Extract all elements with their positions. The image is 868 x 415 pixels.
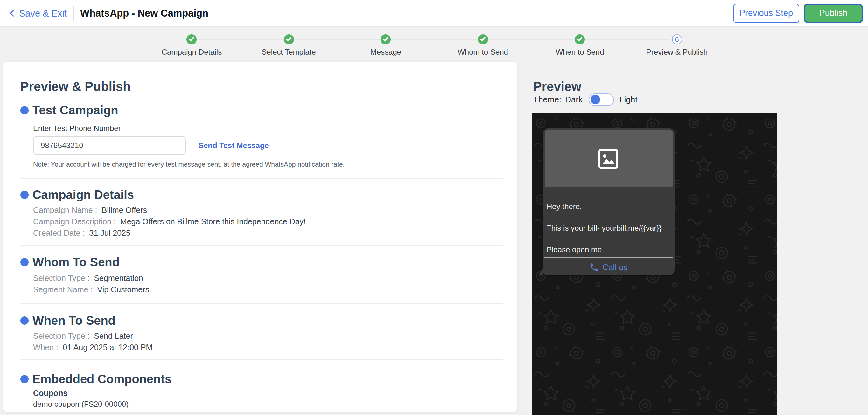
- message-bubble: Hey there, This is your bill- yourbill.m…: [542, 128, 674, 275]
- page-header-title: WhatsApp - New Campaign: [80, 7, 209, 19]
- step-campaign-details[interactable]: Campaign Details: [143, 34, 240, 57]
- check-icon: [577, 36, 583, 41]
- detail-label: Selection Type :: [33, 274, 89, 283]
- step-select-template[interactable]: Select Template: [240, 34, 337, 57]
- theme-light-label: Light: [620, 95, 637, 104]
- theme-dark-label: Dark: [565, 95, 583, 104]
- section-divider: [20, 245, 503, 246]
- theme-toggle[interactable]: [588, 93, 614, 106]
- step-label: Whom to Send: [458, 48, 508, 57]
- section-heading: When To Send: [32, 313, 116, 328]
- preview-title: Preview: [533, 79, 581, 94]
- check-icon: [189, 36, 194, 41]
- detail-label: Created Date :: [33, 229, 85, 238]
- step-done-icon: [187, 34, 197, 44]
- detail-value: Vip Customers: [97, 285, 150, 295]
- whatsapp-preview-panel: Hey there, This is your bill- yourbill.m…: [532, 113, 777, 415]
- call-us-button[interactable]: Call us: [542, 258, 674, 276]
- theme-selector: Theme: Dark Light: [533, 93, 637, 106]
- step-label: Message: [370, 48, 401, 57]
- section-when-to-send: When To Send: [20, 313, 517, 328]
- save-exit-label: Save & Exit: [19, 8, 67, 18]
- step-done-icon: [575, 34, 585, 44]
- detail-label: Campaign Name :: [33, 206, 97, 215]
- charge-note: Note: Your account will be charged for e…: [33, 160, 517, 168]
- step-when-to-send[interactable]: When to Send: [531, 34, 628, 57]
- detail-value: Mega Offers on Billme Store this Indepen…: [120, 217, 306, 227]
- test-phone-input[interactable]: [33, 136, 186, 155]
- section-bullet-icon: [20, 191, 29, 199]
- content-card: Preview & Publish Test Campaign Enter Te…: [3, 62, 517, 412]
- detail-value: Send Later: [94, 332, 133, 341]
- detail-row: When : 01 Aug 2025 at 12:00 PM: [33, 343, 517, 353]
- section-divider: [20, 178, 503, 179]
- step-done-icon: [478, 34, 488, 44]
- call-us-label: Call us: [602, 262, 628, 272]
- step-preview-publish[interactable]: 6 Preview & Publish: [628, 34, 725, 57]
- message-line: Please open me: [547, 245, 669, 255]
- save-exit-link[interactable]: Save & Exit: [8, 8, 67, 18]
- detail-value: Billme Offers: [102, 206, 147, 215]
- previous-step-button[interactable]: Previous Step: [733, 3, 799, 23]
- section-whom-to-send: Whom To Send: [20, 255, 517, 270]
- detail-row: Segment Name : Vip Customers: [33, 285, 517, 295]
- message-line: This is your bill- yourbill.me/{{var}}: [547, 224, 669, 233]
- bubble-divider: [544, 257, 673, 258]
- detail-value: Segmentation: [94, 274, 143, 283]
- step-label: Campaign Details: [162, 48, 222, 57]
- back-chevron-icon: [8, 8, 17, 18]
- stepper: Campaign Details Select Template Message…: [143, 34, 725, 57]
- detail-row: Selection Type : Send Later: [33, 332, 517, 341]
- image-icon: [597, 148, 619, 170]
- image-placeholder: [545, 130, 672, 187]
- theme-label: Theme:: [533, 95, 561, 104]
- header-divider: [73, 5, 74, 21]
- check-icon: [480, 36, 486, 41]
- section-divider: [20, 303, 503, 304]
- phone-icon: [589, 262, 598, 272]
- page-title: Preview & Publish: [20, 79, 517, 94]
- check-icon: [383, 36, 389, 41]
- section-campaign-details: Campaign Details: [20, 187, 517, 202]
- section-heading: Whom To Send: [32, 255, 120, 270]
- step-label: Select Template: [261, 48, 316, 57]
- section-heading: Campaign Details: [32, 187, 134, 202]
- section-heading: Test Campaign: [32, 103, 118, 117]
- check-icon: [286, 36, 291, 41]
- detail-label: When :: [33, 343, 58, 353]
- top-bar: Save & Exit WhatsApp - New Campaign Prev…: [0, 0, 868, 27]
- detail-label: Segment Name :: [33, 285, 93, 295]
- section-heading: Embedded Components: [32, 372, 172, 386]
- message-line: Hey there,: [547, 202, 669, 212]
- detail-row: Selection Type : Segmentation: [33, 274, 517, 283]
- detail-value: 31 Jul 2025: [89, 229, 130, 238]
- section-bullet-icon: [20, 106, 29, 114]
- coupon-item: demo coupon (FS20-00000): [33, 400, 517, 409]
- toggle-knob-icon: [590, 95, 600, 104]
- step-done-icon: [284, 34, 294, 44]
- coupons-subheading: Coupons: [33, 389, 517, 398]
- section-test-campaign: Test Campaign: [20, 103, 517, 117]
- section-bullet-icon: [20, 375, 29, 383]
- detail-row: Created Date : 31 Jul 2025: [33, 229, 517, 238]
- detail-label: Selection Type :: [33, 332, 89, 341]
- step-done-icon: [381, 34, 391, 44]
- detail-row: Campaign Description : Mega Offers on Bi…: [33, 217, 517, 227]
- step-label: When to Send: [556, 48, 604, 57]
- detail-value: 01 Aug 2025 at 12:00 PM: [63, 343, 152, 353]
- publish-button[interactable]: Publish: [804, 3, 863, 23]
- bubble-tail: [538, 268, 543, 275]
- section-divider: [20, 359, 503, 360]
- section-bullet-icon: [20, 258, 29, 266]
- section-embedded-components: Embedded Components: [20, 372, 517, 386]
- detail-row: Campaign Name : Billme Offers: [33, 206, 517, 215]
- phone-field-label: Enter Test Phone Number: [33, 124, 517, 134]
- step-label: Preview & Publish: [646, 48, 708, 57]
- step-whom-to-send[interactable]: Whom to Send: [434, 34, 531, 57]
- send-test-message-link[interactable]: Send Test Message: [198, 141, 269, 150]
- step-number-badge: 6: [672, 34, 682, 44]
- section-bullet-icon: [20, 316, 29, 325]
- detail-label: Campaign Description :: [33, 217, 116, 227]
- step-message[interactable]: Message: [337, 34, 434, 57]
